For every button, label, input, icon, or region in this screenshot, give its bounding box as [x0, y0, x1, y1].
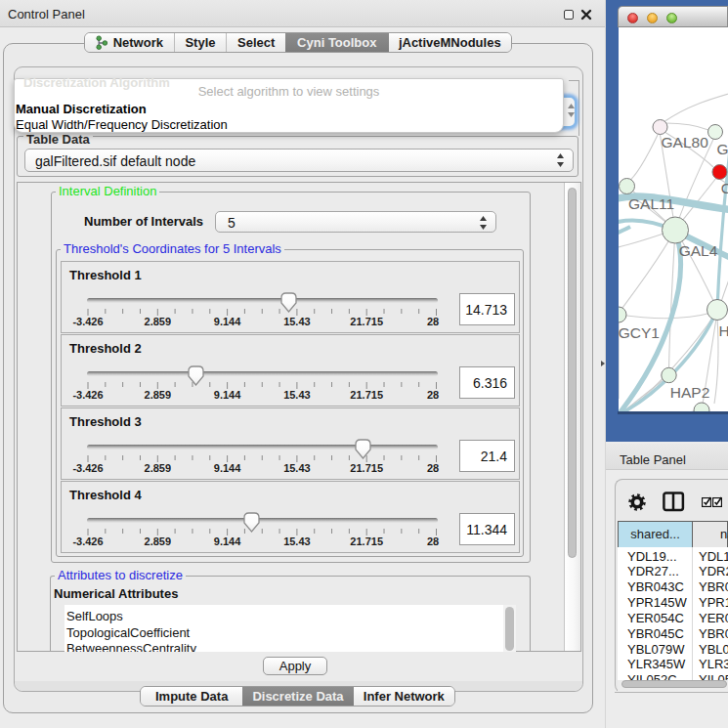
svg-text:GAL11: GAL11: [628, 195, 674, 212]
svg-text:GAL80: GAL80: [662, 134, 709, 150]
svg-text:C: C: [721, 180, 728, 196]
svg-text:GAL4: GAL4: [679, 242, 718, 259]
svg-text:GA: GA: [716, 141, 728, 157]
svg-text:HAP2: HAP2: [670, 384, 710, 401]
svg-text:H: H: [719, 322, 728, 339]
svg-text:GCY1: GCY1: [619, 324, 660, 341]
